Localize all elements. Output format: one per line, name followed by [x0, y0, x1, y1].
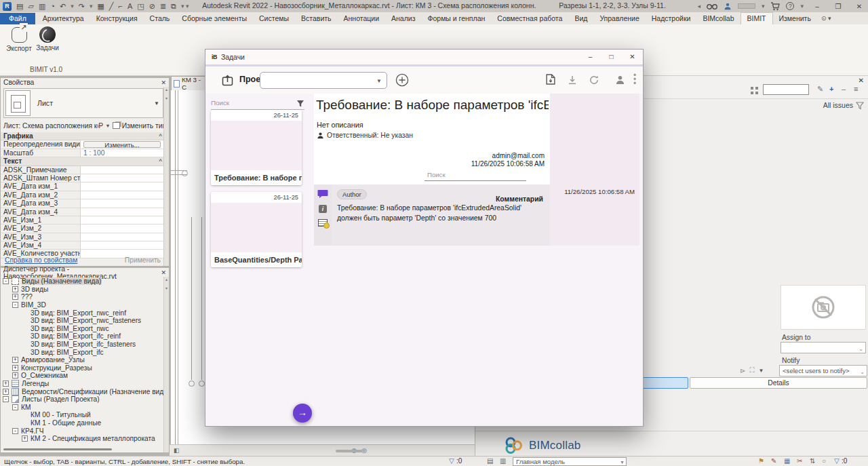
worksets-panel-icon[interactable]: ▤: [487, 457, 493, 465]
tab-file[interactable]: Файл: [0, 13, 35, 24]
text-icon[interactable]: A: [127, 2, 132, 10]
tree-item-view[interactable]: 3D вид: BIM_Export_ifc: [1, 348, 165, 356]
type-selector[interactable]: Лист ▼: [3, 88, 163, 118]
type-selector-dropdown-icon[interactable]: ▼: [154, 100, 159, 106]
section-icon[interactable]: ⊘: [149, 2, 155, 10]
comment-bubble-icon[interactable]: [317, 189, 328, 199]
tree-item-view[interactable]: 3D вид: BIM_Export_ifc_fasteners: [1, 341, 165, 349]
grid-view-icon[interactable]: [751, 87, 758, 94]
account-icon[interactable]: [724, 2, 732, 10]
browser-horizontal-scrollbar[interactable]: [3, 448, 112, 450]
tree-item-view[interactable]: 3D вид: BIM_Export_nwc: [1, 325, 165, 333]
editable-only-icon[interactable]: ✎: [771, 457, 776, 465]
collapse-icon[interactable]: [3, 278, 9, 284]
help-icon[interactable]: ?: [786, 2, 794, 10]
tree-item-bim3d[interactable]: BIM_3D: [1, 301, 165, 309]
account-dropdown-icon[interactable]: ▾: [762, 2, 765, 10]
redo-icon[interactable]: ↷: [79, 2, 85, 10]
tree-item-3d-views[interactable]: 3D виды: [1, 286, 165, 294]
project-combobox[interactable]: ▼: [260, 72, 387, 89]
property-value[interactable]: [81, 233, 165, 241]
property-value[interactable]: [81, 216, 165, 224]
dialog-minimize-button[interactable]: –: [580, 50, 601, 64]
bimcollab-search-input[interactable]: [763, 84, 809, 95]
default-3d-view-icon[interactable]: ◳: [137, 2, 144, 10]
section-collapse-icon[interactable]: ^: [159, 132, 162, 140]
tab-architecture[interactable]: Архитектура: [37, 13, 90, 24]
browser-scrollbar[interactable]: ▴▾: [163, 277, 169, 452]
file-menu-icon[interactable]: ▤: [16, 2, 23, 10]
send-icon[interactable]: ⊳: [740, 367, 745, 374]
press-drag-icon[interactable]: ✂: [797, 457, 802, 465]
tree-item-sheet[interactable]: КМ 1 - Общие данные: [1, 419, 165, 427]
task-filter-funnel-icon[interactable]: [296, 100, 304, 108]
tree-item-view[interactable]: 3D вид: BIM_Export_nwc_fasteners: [1, 317, 165, 325]
tab-steel[interactable]: Сталь: [144, 13, 176, 24]
close-hidden-windows-icon[interactable]: ⧉: [171, 2, 176, 10]
dialog-close-button[interactable]: ✕: [622, 50, 643, 64]
tab-precast[interactable]: Сборные элементы: [176, 13, 253, 24]
download-icon[interactable]: [568, 75, 577, 85]
tree-item-view[interactable]: 3D вид: BIM_Export_ifc_reinf: [1, 332, 165, 341]
tree-item-kr4[interactable]: КР4.ГЧ: [1, 427, 165, 435]
project-upload-icon[interactable]: [222, 75, 233, 86]
properties-help-link[interactable]: Справка по свойствам: [5, 256, 77, 265]
task-card[interactable]: 26-11-25 Требование: В наборе пара: [211, 110, 302, 185]
section-collapse-icon[interactable]: ^: [159, 157, 162, 166]
close-button[interactable]: ✕: [852, 3, 867, 10]
user-icon[interactable]: [615, 75, 625, 85]
select-pinned-icon[interactable]: ○: [822, 457, 826, 465]
links-panel-icon[interactable]: ▥: [500, 457, 506, 465]
details-button[interactable]: Details: [690, 377, 867, 389]
property-value[interactable]: [81, 199, 165, 207]
tab-systems[interactable]: Системы: [253, 13, 295, 24]
tree-item-sheet[interactable]: КМ 00 - Титульный: [1, 411, 165, 419]
kebab-menu-icon[interactable]: •••: [633, 73, 636, 85]
tab-analyze[interactable]: Анализ: [385, 13, 421, 24]
expand-icon[interactable]: [12, 357, 18, 363]
edit-overrides-button[interactable]: Изменить...: [83, 141, 161, 147]
aligned-dimension-icon[interactable]: ⌐: [118, 2, 122, 10]
property-value[interactable]: [81, 191, 165, 199]
tab-structure[interactable]: Конструкция: [90, 13, 144, 24]
print-icon[interactable]: ▦: [97, 2, 104, 10]
selection-filter-icon[interactable]: ▽: [449, 457, 454, 465]
tree-item-view[interactable]: 3D вид: BIM_Export_nwc_reinf: [1, 309, 165, 317]
add-task-icon[interactable]: [395, 73, 409, 87]
property-value[interactable]: [81, 166, 165, 174]
tab-collaborate[interactable]: Совместная работа: [491, 13, 568, 24]
undo-icon[interactable]: ↶: [60, 2, 66, 10]
minimize-button[interactable]: –: [810, 3, 825, 10]
expand-icon[interactable]: [3, 389, 9, 395]
tab-view[interactable]: Вид: [568, 13, 593, 24]
tab-manage[interactable]: Управление: [593, 13, 645, 24]
sync-icon[interactable]: ◔: [50, 2, 55, 10]
properties-scrollbar[interactable]: ▴▾: [163, 87, 169, 266]
tree-item-sections[interactable]: Конструкции_Разрезы: [1, 364, 165, 372]
worksharing-display-icon[interactable]: ⚑: [758, 457, 764, 465]
ribbon-display-toggle-icon[interactable]: ⊙ ▾: [817, 15, 835, 24]
measure-icon[interactable]: ╱: [109, 2, 114, 10]
info-icon[interactable]: i: [319, 205, 327, 213]
tab-modify[interactable]: Изменить: [773, 13, 817, 24]
property-value[interactable]: [81, 225, 165, 232]
bimcollab-close-icon[interactable]: ✕: [859, 77, 864, 84]
tree-item-schedules[interactable]: Ведомости/Спецификации (Назначение вида): [1, 387, 165, 395]
instance-dropdown-icon[interactable]: ▼: [105, 123, 110, 129]
expand-icon[interactable]: [12, 286, 18, 292]
task-search-input[interactable]: Поиск: [211, 99, 304, 110]
notify-select[interactable]: <select users to notify>⌄: [779, 365, 867, 376]
tree-item-sheets[interactable]: Листы (Раздел Проекта): [1, 395, 165, 404]
task-card[interactable]: 26-11-25 BaseQuantities/Depth Равно: [211, 192, 302, 267]
horizontal-scrollbar[interactable]: [336, 450, 363, 452]
expand-icon[interactable]: [12, 294, 18, 300]
tree-item-legends[interactable]: Легенды: [1, 380, 165, 388]
undo-dropdown-icon[interactable]: ▾: [71, 2, 74, 10]
select-links-icon[interactable]: ⇅: [810, 457, 815, 465]
camera-icon[interactable]: ⛶: [749, 366, 754, 374]
comment-search-input[interactable]: Поиск: [425, 171, 526, 181]
tree-item-rebar-nodes[interactable]: Армирование_Узлы: [1, 356, 165, 364]
tree-item-adjacent[interactable]: О_Смежникам: [1, 372, 165, 380]
export-button[interactable]: Экспорт: [3, 26, 35, 52]
tasks-button[interactable]: Задачи: [31, 26, 64, 52]
